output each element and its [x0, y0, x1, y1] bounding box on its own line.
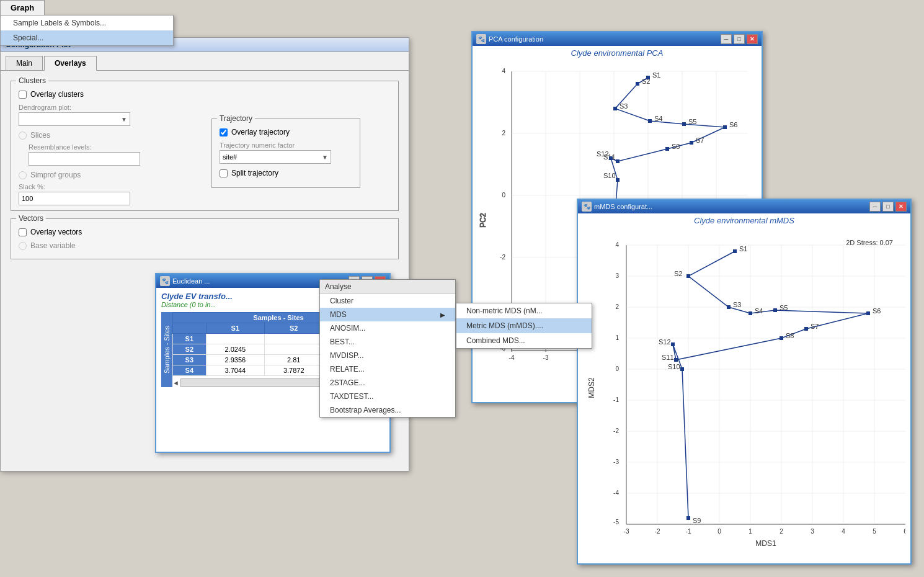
row-s3-header: S3 [173, 355, 207, 365]
svg-text:5: 5 [873, 528, 876, 535]
overlay-clusters-checkbox[interactable] [19, 91, 27, 99]
svg-rect-42 [682, 122, 686, 126]
analyse-mds[interactable]: MDS ▶ [320, 308, 455, 321]
mmds-close-btn[interactable]: ✕ [895, 202, 907, 212]
row-s1-s1 [206, 334, 264, 344]
split-trajectory-checkbox[interactable] [220, 169, 228, 177]
overlay-clusters-row: Overlay clusters [19, 90, 391, 99]
svg-text:1: 1 [749, 528, 752, 535]
analyse-anosim[interactable]: ANOSIM... [320, 321, 455, 335]
pca-title-left: 🐾 PCA configuration [476, 34, 543, 44]
svg-text:MDS2: MDS2 [587, 377, 596, 398]
graph-menu: Graph Sample Labels & Symbols... Special… [0, 0, 248, 46]
row-s2-header: S2 [173, 344, 207, 355]
svg-text:S8: S8 [672, 143, 680, 150]
svg-text:S2: S2 [674, 270, 682, 277]
row-s4-s1: 3.7044 [206, 365, 264, 376]
row-s3-s1: 2.9356 [206, 355, 264, 365]
overlay-trajectory-checkbox[interactable] [220, 128, 228, 136]
overlay-trajectory-label: Overlay trajectory [231, 128, 290, 136]
resemblance-field[interactable] [29, 152, 140, 166]
menu-item-special[interactable]: Special... [1, 30, 173, 45]
trajectory-factor-dropdown[interactable]: site# ▼ [220, 150, 331, 164]
mmds-minimize-btn[interactable]: ─ [869, 202, 881, 212]
svg-text:6: 6 [904, 528, 905, 535]
simprof-radio[interactable] [19, 171, 27, 179]
overlay-clusters-label: Overlay clusters [30, 90, 84, 99]
mmds-content: Clyde environmental mMDS .mmds-dot { fil… [578, 213, 910, 555]
dendrogram-dropdown[interactable]: ▼ [19, 112, 130, 126]
svg-text:1: 1 [615, 334, 619, 341]
svg-text:3: 3 [811, 528, 814, 535]
mmds-title-text: mMDS configurat... [594, 203, 652, 210]
overlay-vectors-label: Overlay vectors [30, 228, 82, 236]
submenu-metric[interactable]: Metric MDS (mMDS).... [456, 318, 592, 333]
analyse-2stage-label: 2STAGE... [330, 378, 365, 387]
svg-text:-4: -4 [613, 490, 619, 496]
svg-rect-121 [686, 516, 690, 520]
svg-text:4: 4 [615, 241, 619, 248]
pca-title-text: PCA configuration [489, 35, 543, 43]
svg-text:4: 4 [842, 528, 845, 535]
analyse-taxdtest[interactable]: TAXDTEST... [320, 390, 455, 403]
svg-text:S5: S5 [688, 118, 696, 125]
mmds-maximize-btn[interactable]: □ [882, 202, 894, 212]
trajectory-factor-value: site# [223, 153, 237, 161]
pca-close-btn[interactable]: ✕ [747, 34, 758, 44]
svg-text:-4: -4 [509, 354, 515, 361]
overlay-vectors-checkbox[interactable] [19, 228, 27, 236]
tab-main[interactable]: Main [6, 56, 43, 70]
svg-text:PC2: PC2 [479, 213, 487, 228]
menu-item-sample-labels[interactable]: Sample Labels & Symbols... [1, 16, 173, 30]
svg-text:2: 2 [780, 528, 783, 535]
analyse-best-label: BEST... [330, 338, 355, 346]
trajectory-box: Trajectory Overlay trajectory Trajectory… [211, 119, 360, 188]
base-variable-radio[interactable] [19, 242, 27, 250]
svg-text:S12: S12 [597, 150, 609, 158]
row-s2-s1: 2.0245 [206, 344, 264, 355]
svg-text:0: 0 [502, 192, 505, 199]
svg-rect-50 [616, 159, 620, 163]
analyse-2stage[interactable]: 2STAGE... [320, 376, 455, 390]
analyse-best[interactable]: BEST... [320, 335, 455, 349]
dropdown-arrow-icon: ▼ [121, 116, 127, 123]
pca-minimize-btn[interactable]: ─ [721, 34, 732, 44]
svg-text:-2: -2 [655, 528, 660, 535]
submenu-combined[interactable]: Combined MDS... [456, 333, 592, 348]
tab-overlays[interactable]: Overlays [44, 56, 97, 71]
svg-rect-52 [609, 156, 613, 160]
analyse-mvdisp-label: MVDISP... [330, 351, 363, 360]
analyse-mvdisp[interactable]: MVDISP... [320, 349, 455, 362]
graph-tab[interactable]: Graph [0, 0, 45, 15]
analyse-cluster[interactable]: Cluster [320, 294, 455, 308]
trajectory-factor-label: Trajectory numeric factor [220, 141, 352, 149]
svg-text:S6: S6 [873, 307, 881, 315]
analyse-bootstrap[interactable]: Bootstrap Averages... [320, 403, 455, 417]
mmds-window-icon: 🐾 [582, 202, 592, 212]
mmds-window-controls: ─ □ ✕ [869, 202, 907, 212]
svg-text:S9: S9 [693, 517, 701, 524]
mds-arrow-icon: ▶ [440, 311, 445, 318]
svg-text:S4: S4 [654, 115, 662, 122]
scroll-left-btn[interactable]: ◄ [172, 379, 179, 387]
trajectory-dropdown-arrow-icon: ▼ [322, 154, 328, 161]
config-tabs: Main Overlays [1, 52, 409, 71]
vectors-section: Vectors Overlay vectors Base variable [11, 218, 399, 259]
svg-rect-119 [680, 367, 684, 371]
svg-text:-2: -2 [613, 427, 619, 434]
slack-field[interactable]: 100 [19, 192, 130, 205]
euclidean-window-icon: 🐾 [160, 276, 170, 286]
pca-maximize-btn[interactable]: □ [734, 34, 745, 44]
slices-radio[interactable] [19, 132, 27, 140]
svg-text:S11: S11 [662, 354, 674, 361]
pca-titlebar: 🐾 PCA configuration ─ □ ✕ [473, 32, 762, 46]
svg-text:0: 0 [615, 365, 619, 372]
pca-chart-title: Clyde environmental PCA [473, 46, 762, 59]
submenu-nonmetric[interactable]: Non-metric MDS (nM... [456, 303, 592, 318]
split-trajectory-row: Split trajectory [220, 169, 352, 177]
analyse-taxdtest-label: TAXDTEST... [330, 392, 373, 401]
analyse-relate[interactable]: RELATE... [320, 362, 455, 376]
svg-text:-2: -2 [500, 254, 505, 261]
svg-rect-107 [773, 308, 777, 312]
graph-dropdown: Sample Labels & Symbols... Special... [0, 15, 174, 46]
